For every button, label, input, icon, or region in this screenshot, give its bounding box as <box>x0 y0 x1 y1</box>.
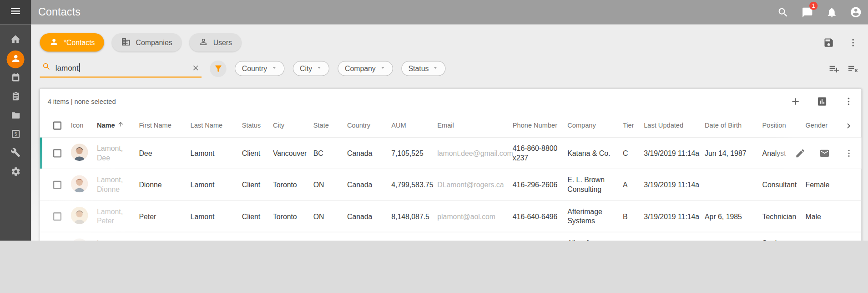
city-filter-label: City <box>300 64 312 72</box>
tab-users-label: Users <box>213 38 232 46</box>
cell-first-name: Peter <box>139 211 190 221</box>
cell-status: Client <box>242 180 273 190</box>
tab-contacts[interactable]: *Contacts <box>40 33 105 51</box>
sidebar-item-settings[interactable] <box>7 164 25 181</box>
filter-bar: lamont Country City Company Statu <box>40 59 862 77</box>
cell-name: Lamont, Tim <box>97 238 139 241</box>
column-header-position[interactable]: Position <box>762 121 806 130</box>
column-header-company[interactable]: Company <box>567 121 623 130</box>
chevron-down-icon <box>433 64 439 72</box>
toolbar-actions <box>823 36 861 49</box>
contact-photo <box>71 175 88 192</box>
add-contact-button[interactable] <box>789 95 802 108</box>
contact-photo <box>71 238 88 241</box>
column-header-first-name[interactable]: First Name <box>139 121 190 130</box>
select-all-checkbox[interactable] <box>53 121 61 129</box>
city-filter-dropdown[interactable]: City <box>293 61 329 76</box>
edit-row-button[interactable] <box>794 147 806 159</box>
save-button[interactable] <box>823 36 835 49</box>
filter-funnel-button[interactable] <box>210 60 227 77</box>
email-row-button[interactable] <box>818 147 830 159</box>
grid-header-actions <box>789 95 855 108</box>
column-header-name[interactable]: Name <box>97 121 139 130</box>
contacts-grid-card: 4 items | none selected Icon <box>40 89 862 241</box>
sort-ascending-icon <box>117 121 124 130</box>
sidebar: 5 <box>0 25 31 241</box>
table-row[interactable]: Lamont, Peter Peter Lamont Client Toront… <box>40 200 862 232</box>
svg-text:5: 5 <box>14 131 17 136</box>
cell-date-of-birth: Apr 6, 1985 <box>705 211 762 221</box>
chart-view-button[interactable] <box>816 95 828 108</box>
column-header-city[interactable]: City <box>273 121 313 130</box>
column-header-gender[interactable]: Gender <box>806 121 839 130</box>
row-checkbox[interactable] <box>53 180 61 189</box>
cell-country: Canada <box>347 149 391 158</box>
country-filter-dropdown[interactable]: Country <box>235 61 284 76</box>
row-checkbox[interactable] <box>53 212 61 220</box>
cell-phone-number: 416-860-8800 x237 <box>513 144 567 162</box>
account-icon[interactable] <box>849 5 863 19</box>
hamburger-icon <box>10 5 22 20</box>
column-header-icon[interactable]: Icon <box>71 121 97 130</box>
cell-city: Toronto <box>273 180 313 190</box>
cell-name: Lamont, Dionne <box>97 175 139 194</box>
column-header-date-of-birth[interactable]: Date of Birth <box>705 121 762 130</box>
toolbar-overflow-menu-button[interactable] <box>847 36 859 49</box>
main-content: *Contacts Companies Users <box>31 25 868 241</box>
calendar-icon <box>10 72 21 85</box>
notifications-bell-icon[interactable] <box>825 5 838 19</box>
cell-last-name: Lamont <box>191 180 242 190</box>
page-title: Contacts <box>38 6 81 18</box>
chat-icon[interactable]: 1 <box>801 5 814 19</box>
company-filter-dropdown[interactable]: Company <box>338 61 393 76</box>
hamburger-menu-button[interactable] <box>0 0 31 25</box>
sidebar-item-documents[interactable] <box>7 107 25 125</box>
status-filter-dropdown[interactable]: Status <box>401 61 446 76</box>
cell-tier: B <box>623 211 644 221</box>
cell-country: Canada <box>347 211 391 221</box>
scroll-columns-right-icon[interactable] <box>843 114 853 137</box>
search-icon[interactable] <box>776 5 789 19</box>
table-row[interactable]: Lamont, Tim Tim Lamont Client Toronto ON… <box>40 232 862 241</box>
column-header-last-updated[interactable]: Last Updated <box>644 121 705 130</box>
sidebar-item-tasks[interactable] <box>7 88 25 106</box>
table-row[interactable]: Lamont, Dionne Dionne Lamont Client Toro… <box>40 169 862 200</box>
cell-last-name: Lamont <box>191 149 242 158</box>
search-input[interactable]: lamont <box>56 63 186 72</box>
person-outline-icon <box>199 37 208 48</box>
sidebar-item-calendar[interactable] <box>7 69 25 87</box>
row-overflow-menu-button[interactable] <box>843 147 855 159</box>
cell-date-of-birth: Jun 14, 1987 <box>705 149 762 158</box>
tab-users[interactable]: Users <box>189 33 241 51</box>
table-row[interactable]: Lamont, Dee Dee Lamont Client Vancouver … <box>40 138 862 169</box>
column-header-email[interactable]: Email <box>437 121 512 130</box>
grid-header: 4 items | none selected <box>40 89 862 114</box>
topbar-actions: 1 <box>776 5 868 19</box>
sidebar-item-tools[interactable] <box>7 145 25 163</box>
column-header-last-name[interactable]: Last Name <box>191 121 242 130</box>
cell-company: Afterimage Systems <box>567 207 623 226</box>
tab-companies[interactable]: Companies <box>112 33 182 51</box>
contacts-icon <box>10 53 21 66</box>
column-header-tier[interactable]: Tier <box>623 121 644 130</box>
column-header-country[interactable]: Country <box>347 121 391 130</box>
sidebar-item-contacts[interactable] <box>7 51 25 68</box>
column-header-phone[interactable]: Phone Number <box>513 121 567 130</box>
filter-bar-actions <box>828 62 861 75</box>
building-icon <box>121 37 131 48</box>
column-header-status[interactable]: Status <box>242 121 273 130</box>
clear-search-icon[interactable] <box>191 63 201 73</box>
clear-filters-icon[interactable] <box>847 62 859 75</box>
company-filter-label: Company <box>345 64 376 72</box>
search-field[interactable]: lamont <box>40 59 202 77</box>
sidebar-item-home[interactable] <box>7 31 25 49</box>
row-checkbox[interactable] <box>53 149 61 157</box>
app-window: Contacts 1 <box>0 0 868 241</box>
chevron-down-icon <box>316 64 322 72</box>
add-filter-icon[interactable] <box>828 62 840 75</box>
sidebar-item-five[interactable]: 5 <box>7 126 25 144</box>
cell-company: Katana & Co. <box>567 149 623 158</box>
column-header-state[interactable]: State <box>313 121 347 130</box>
column-header-aum[interactable]: AUM <box>391 121 437 130</box>
grid-overflow-menu-button[interactable] <box>843 95 855 108</box>
